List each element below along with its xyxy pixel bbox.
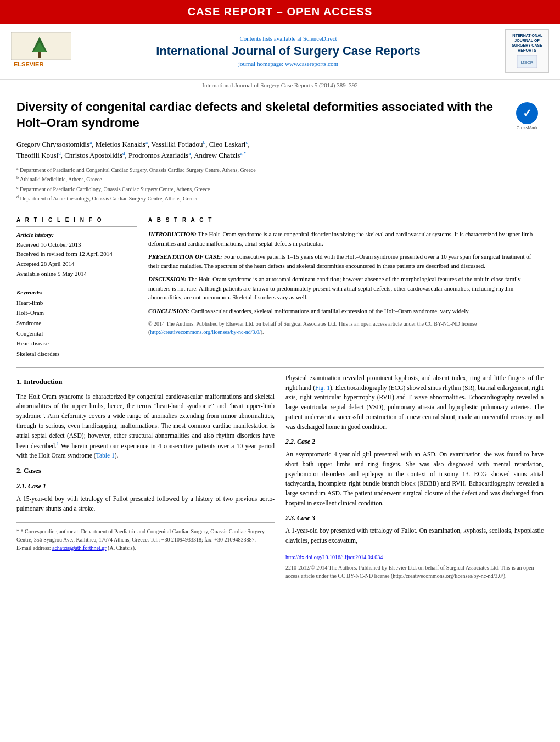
elsevier-tree-logo: ELSEVIER [11,32,71,68]
crossmark-icon[interactable]: ✓ [516,102,538,124]
abstract-conclusion: CONCLUSION: Cardiovascular disorders, sk… [148,306,544,316]
science-direct-link-text[interactable]: ScienceDirect [303,35,337,42]
article-info-heading: A R T I C L E I N F O [16,216,137,227]
affiliations: a Department of Paediatric and Congenita… [16,165,544,203]
article-title: Diversity of congenital cardiac defects … [16,99,505,131]
authors-line: Gregory Chryssostomidisa, Meletios Kanak… [16,139,544,161]
discussion-label: DISCUSSION: [148,276,187,282]
history-label: Article history: [16,230,137,240]
email-footnote: E-mail address: achatzis@ath.forthnet.gr… [16,544,275,552]
crossmark-area: ✓ CrossMark [511,102,544,130]
journal-title: International Journal of Surgery Case Re… [82,44,494,58]
case1-cont-paragraph: Physical examination revealed prominent … [285,373,544,432]
intro-label: INTRODUCTION: [148,231,197,237]
top-banner: CASE REPORT – OPEN ACCESS [0,0,560,24]
body-left-col: 1. Introduction The Holt Oram syndrome i… [16,373,275,580]
case2-paragraph: An asymptomatic 4-year-old girl presente… [285,450,544,509]
conclusion-label: CONCLUSION: [148,308,189,314]
info-abstract-section: A R T I C L E I N F O Article history: R… [16,216,544,359]
case3-paragraph: A 1-year-old boy presented with tetralog… [285,526,544,546]
fig1-link[interactable]: Fig. 1 [315,384,330,391]
article-content: Diversity of congenital cardiac defects … [0,91,560,588]
body-right-col: Physical examination revealed prominent … [285,373,544,580]
divider-1 [16,210,544,210]
case2-heading: 2.2. Case 2 [285,437,544,447]
divider-keywords [16,283,137,283]
logo-right: INTERNATIONALJOURNAL OFSURGERY CASEREPOR… [494,29,549,73]
case1-heading: 2.1. Case 1 [16,481,275,492]
article-body: 1. Introduction The Holt Oram syndrome i… [16,373,544,580]
case3-heading: 2.3. Case 3 [285,513,544,523]
journal-center: Contents lists available at ScienceDirec… [82,35,494,67]
table1-link[interactable]: Table 1 [96,452,115,459]
intro-section-heading: 1. Introduction [16,376,275,388]
badge-image: IJSCR [516,53,538,69]
bottom-links: http://dx.doi.org/10.1016/j.ijscr.2014.0… [285,553,544,580]
science-direct-line: Contents lists available at ScienceDirec… [82,35,494,42]
keywords-label: Keywords: [16,288,137,298]
svg-text:IJSCR: IJSCR [520,60,533,65]
discussion-text: The Holt–Oram syndrome is an autosomal d… [148,276,521,300]
journal-badge: INTERNATIONALJOURNAL OFSURGERY CASEREPOR… [505,29,549,73]
conclusion-text: Cardiovascular disorders, skeletal malfo… [191,308,470,314]
received-date: Received 16 October 2013 [16,240,137,250]
article-info-column: A R T I C L E I N F O Article history: R… [16,216,137,359]
abstract-heading: A B S T R A C T [148,216,544,226]
title-section: Diversity of congenital cardiac defects … [16,99,544,133]
divider-2 [16,367,544,368]
crossmark-label: CrossMark [517,125,538,130]
article-history: Article history: Received 16 October 201… [16,230,137,278]
svg-rect-1 [38,52,41,58]
journal-header: ELSEVIER Contents lists available at Sci… [0,24,560,80]
email-link[interactable]: achatzis@ath.forthnet.gr [52,545,107,551]
footnote-area: * * Corresponding author at: Department … [16,522,275,552]
doi-link: http://dx.doi.org/10.1016/j.ijscr.2014.0… [285,553,544,562]
svg-text:ELSEVIER: ELSEVIER [14,61,43,68]
abstract-intro: INTRODUCTION: The Holt–Oram syndrome is … [148,230,544,248]
abstract-column: A B S T R A C T INTRODUCTION: The Holt–O… [148,216,544,359]
bottom-copyright: 2210-2612/© 2014 The Authors. Published … [285,564,544,580]
abstract-discussion: DISCUSSION: The Holt–Oram syndrome is an… [148,275,544,302]
abstract-presentation: PRESENTATION OF CASE: Four consecutive p… [148,252,544,270]
citation-line: International Journal of Surgery Case Re… [0,80,560,91]
available-date: Available online 9 May 2014 [16,269,137,279]
presentation-label: PRESENTATION OF CASE: [148,253,222,260]
badge-text: INTERNATIONALJOURNAL OFSURGERY CASEREPOR… [512,33,543,53]
star-footnote: * * Corresponding author at: Department … [16,527,275,544]
case1-paragraph: A 15-year-old boy with tetralogy of Fall… [16,494,275,514]
cases-section-heading: 2. Cases [16,465,275,477]
cc-license-link[interactable]: http://creativecommons.org/licenses/by-n… [150,329,260,335]
open-access-text: © 2014 The Authors. Published by Elsevie… [148,321,477,335]
accepted-date: Accepted 28 April 2014 [16,259,137,269]
keywords-section: Keywords: Heart-limbHolt–OramSyndromeCon… [16,288,137,359]
banner-text: CASE REPORT – OPEN ACCESS [188,5,373,18]
keywords-list: Heart-limbHolt–OramSyndromeCongenitalHea… [16,298,137,359]
doi-anchor[interactable]: http://dx.doi.org/10.1016/j.ijscr.2014.0… [285,554,383,560]
logo-left: ELSEVIER [11,32,82,70]
email-label: E-mail address: [16,545,51,551]
revised-date: Received in revised form 12 April 2014 [16,249,137,259]
homepage-url[interactable]: www.casereports.com [285,60,338,67]
intro-text: The Holt–Oram syndrome is a rare congeni… [148,231,533,247]
journal-homepage: journal homepage: www.casereports.com [82,60,494,67]
intro-paragraph: The Holt Oram syndrome is characterized … [16,392,275,461]
open-access-note: © 2014 The Authors. Published by Elsevie… [148,320,544,336]
